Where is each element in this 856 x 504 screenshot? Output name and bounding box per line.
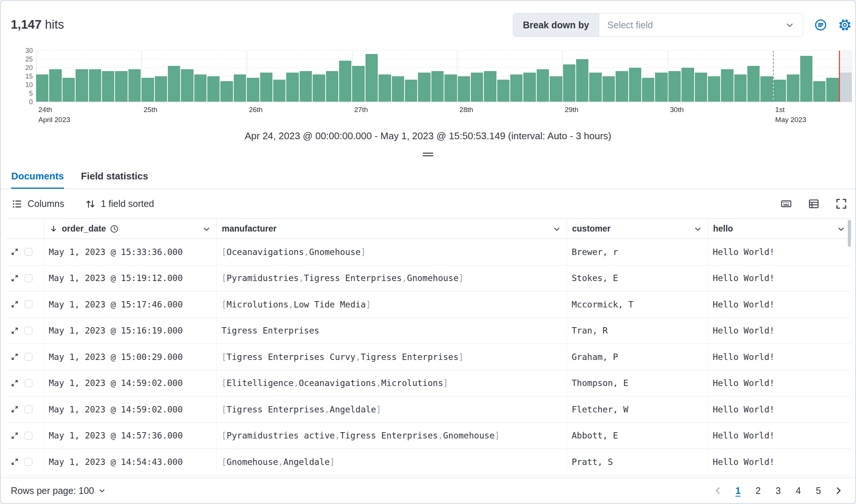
columns-label: Columns: [28, 198, 64, 209]
table-header-row: order_date manufacturer customer: [6, 218, 851, 239]
y-axis-label: 20: [25, 64, 33, 71]
cell-customer: Abbott, E: [567, 423, 708, 449]
column-label: order_date: [62, 224, 106, 234]
expand-document-button[interactable]: [10, 274, 19, 283]
expand-document-button[interactable]: [10, 300, 19, 309]
table-row: May 1, 2023 @ 14:57:36.000[Pyramidustrie…: [6, 423, 851, 449]
chevron-down-icon[interactable]: [202, 224, 211, 233]
column-label: manufacturer: [222, 224, 277, 234]
select-document-checkbox[interactable]: [25, 327, 32, 335]
list-icon: [12, 199, 22, 209]
column-header-hello[interactable]: hello: [708, 219, 851, 239]
expand-document-icon: [10, 379, 19, 387]
cell-order-date: May 1, 2023 @ 15:00:29.000: [44, 344, 217, 370]
cell-hello: Hello World!: [708, 344, 851, 370]
cell-hello: Hello World!: [708, 449, 851, 475]
row-controls: [6, 370, 44, 396]
cell-customer: Stokes, E: [567, 265, 708, 291]
select-document-checkbox[interactable]: [25, 300, 32, 308]
row-controls: [6, 396, 44, 422]
row-controls: [6, 318, 44, 344]
table-body: May 1, 2023 @ 15:33:36.000[Oceanavigatio…: [6, 239, 851, 475]
expand-document-button[interactable]: [10, 431, 19, 440]
expand-document-button[interactable]: [10, 405, 19, 414]
row-controls: [6, 344, 44, 370]
view-tabs: Documents Field statistics: [1, 165, 855, 189]
column-header-manufacturer[interactable]: manufacturer: [217, 219, 567, 239]
table-footer: Rows per page: 100 12345: [1, 478, 855, 503]
row-controls: [6, 449, 44, 475]
cell-customer: Graham, P: [567, 344, 708, 370]
cell-hello: Hello World!: [708, 396, 851, 422]
expand-document-icon: [10, 353, 19, 361]
page-button-2[interactable]: 2: [750, 483, 766, 498]
page-button-4[interactable]: 4: [790, 483, 806, 498]
sort-fields-button[interactable]: 1 field sorted: [85, 198, 154, 209]
display-options-button[interactable]: [805, 195, 823, 213]
table-row: May 1, 2023 @ 15:19:12.000[Pyramidustrie…: [6, 265, 851, 292]
cell-manufacturer: [Tigress Enterprises Curvy, Tigress Ente…: [217, 344, 567, 370]
vertical-scrollbar[interactable]: [848, 220, 851, 247]
select-document-checkbox[interactable]: [25, 274, 32, 282]
expand-document-icon: [10, 300, 19, 309]
chevron-down-icon[interactable]: [837, 224, 846, 233]
tab-field-statistics[interactable]: Field statistics: [81, 165, 148, 189]
column-header-order-date[interactable]: order_date: [44, 219, 217, 239]
chevron-right-icon: [834, 486, 843, 495]
select-document-checkbox[interactable]: [25, 248, 32, 256]
x-axis: 24thApril 202325th26th27th28th29th30th1s…: [36, 105, 852, 124]
expand-document-button[interactable]: [10, 379, 19, 387]
select-document-checkbox[interactable]: [25, 458, 32, 466]
toolbar-right: [777, 195, 850, 213]
page-button-1[interactable]: 1: [730, 483, 746, 498]
chart-options-icon: [814, 19, 827, 31]
row-controls: [6, 239, 44, 265]
expand-document-button[interactable]: [10, 457, 19, 466]
tab-documents[interactable]: Documents: [11, 165, 64, 189]
rows-per-page-button[interactable]: Rows per page: 100: [11, 485, 106, 496]
next-page-button[interactable]: [831, 483, 846, 498]
cell-manufacturer: [Oceanavigations, Gnomehouse]: [217, 239, 567, 265]
previous-page-button[interactable]: [710, 483, 726, 498]
panel-resize-handle[interactable]: [1, 151, 855, 158]
settings-button[interactable]: [836, 16, 854, 34]
page-button-3[interactable]: 3: [770, 483, 786, 498]
breakdown-field-select[interactable]: Break down by Select field: [513, 13, 803, 37]
expand-document-icon: [10, 405, 19, 414]
chart-options-button[interactable]: [812, 16, 830, 34]
cell-order-date: May 1, 2023 @ 14:59:02.000: [44, 370, 217, 396]
columns-button[interactable]: Columns: [12, 198, 64, 209]
select-document-checkbox[interactable]: [25, 379, 32, 387]
y-axis: 051015202530: [1, 51, 33, 102]
x-axis-label: 28th: [457, 105, 473, 115]
keyboard-shortcuts-button[interactable]: [777, 195, 795, 213]
column-header-customer[interactable]: customer: [567, 219, 708, 239]
expand-document-button[interactable]: [10, 326, 19, 335]
pagination-pages: 12345: [730, 483, 826, 498]
expand-document-button[interactable]: [10, 248, 19, 256]
gear-icon: [838, 18, 852, 32]
select-document-checkbox[interactable]: [25, 432, 32, 440]
histogram-chart: 051015202530 24thApril 202325th26th27th2…: [1, 45, 855, 124]
cell-order-date: May 1, 2023 @ 15:19:12.000: [44, 265, 217, 291]
chevron-down-icon: [98, 487, 106, 495]
page-button-5[interactable]: 5: [811, 483, 826, 498]
breakdown-field-value[interactable]: Select field: [599, 13, 803, 36]
cell-manufacturer: [Gnomehouse, Angeldale]: [217, 449, 567, 475]
arrow-down-icon: [49, 224, 58, 233]
select-document-checkbox[interactable]: [25, 405, 32, 413]
fullscreen-button[interactable]: [832, 195, 850, 213]
cell-hello: Hello World!: [708, 423, 851, 449]
chevron-down-icon[interactable]: [552, 224, 561, 233]
chevron-down-icon[interactable]: [693, 224, 702, 233]
expand-document-icon: [10, 248, 19, 256]
cell-order-date: May 1, 2023 @ 15:16:19.000: [44, 318, 217, 344]
expand-document-button[interactable]: [10, 353, 19, 361]
select-document-checkbox[interactable]: [25, 353, 32, 361]
histogram-plot[interactable]: [36, 51, 852, 102]
expand-document-icon: [10, 274, 19, 283]
cell-order-date: May 1, 2023 @ 14:57:36.000: [44, 423, 217, 449]
table-row: May 1, 2023 @ 15:33:36.000[Oceanavigatio…: [6, 239, 851, 265]
chevron-left-icon: [713, 486, 723, 495]
row-controls: [6, 291, 44, 318]
